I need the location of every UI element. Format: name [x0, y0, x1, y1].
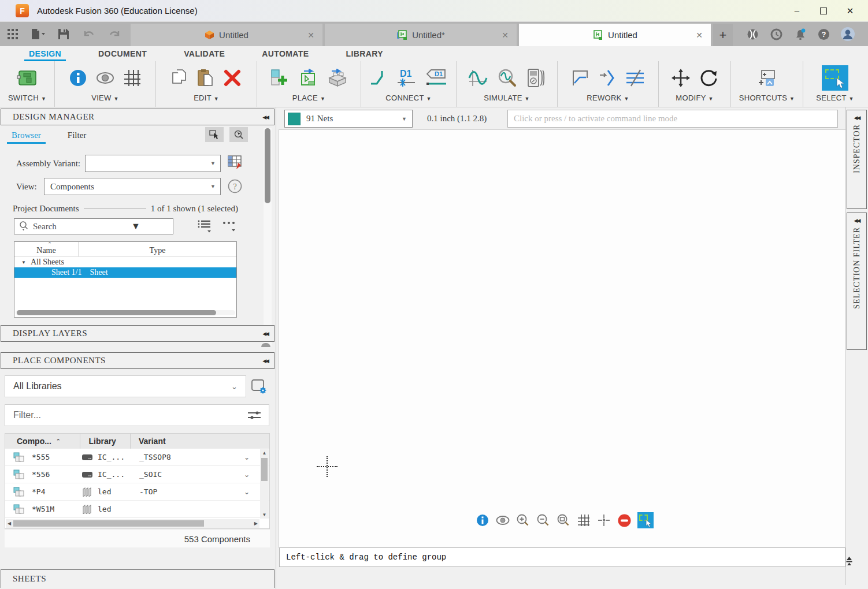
tree-row-sheet-selected[interactable]: Sheet 1/1 Sheet: [14, 267, 236, 278]
component-row[interactable]: *556 IC_... _SOIC ⌄: [5, 466, 269, 483]
dock-pin-button[interactable]: [845, 557, 854, 566]
select-tool-button[interactable]: [822, 65, 848, 91]
menu-tab-document[interactable]: DOCUMENT: [94, 46, 151, 61]
menu-tab-design[interactable]: DESIGN: [24, 46, 66, 61]
group-label-edit[interactable]: EDIT ▼: [194, 94, 219, 102]
grid-toggle-button[interactable]: [577, 513, 591, 527]
delete-button[interactable]: [224, 69, 241, 87]
add-component-button[interactable]: [270, 69, 289, 87]
scrollbar-thumb[interactable]: [17, 310, 216, 315]
app-grid-button[interactable]: [0, 22, 25, 46]
tab-filter[interactable]: Filter: [62, 128, 92, 144]
undo-button[interactable]: [76, 22, 102, 46]
variant-table-button[interactable]: [228, 155, 243, 170]
notifications-button[interactable]: [788, 22, 812, 46]
display-layers-header[interactable]: DISPLAY LAYERS ◀◀: [1, 325, 275, 342]
column-header-type[interactable]: Type: [78, 242, 236, 256]
save-button[interactable]: [51, 22, 76, 46]
menu-tab-automate[interactable]: AUTOMATE: [257, 46, 313, 61]
visibility-button[interactable]: [96, 72, 114, 84]
group-label-switch[interactable]: SWITCH ▼: [8, 94, 46, 102]
place-symbol-button[interactable]: [298, 69, 318, 87]
rework-route-button[interactable]: [571, 69, 589, 87]
collapse-icon[interactable]: ◀◀: [262, 114, 268, 120]
tab-close-icon[interactable]: ✕: [307, 31, 314, 40]
group-label-place[interactable]: PLACE ▼: [292, 94, 325, 102]
group-label-connect[interactable]: CONNECT ▼: [385, 94, 431, 102]
net-label-button[interactable]: D1: [425, 68, 447, 88]
sheets-header[interactable]: SHEETS: [1, 569, 275, 588]
scrollbar-thumb[interactable]: [261, 458, 268, 481]
copy-button[interactable]: [172, 69, 188, 87]
chevron-down-icon[interactable]: ⌄: [244, 471, 250, 479]
search-input[interactable]: [33, 222, 131, 232]
group-label-simulate[interactable]: SIMULATE ▼: [484, 94, 530, 102]
user-account-button[interactable]: [836, 22, 859, 46]
rework-follow-button[interactable]: [599, 69, 616, 87]
switch-workspace-button[interactable]: [17, 69, 38, 87]
zoom-fit-button[interactable]: [557, 513, 570, 527]
paste-button[interactable]: [197, 69, 214, 87]
chevron-down-icon[interactable]: ⌄: [244, 453, 250, 461]
canvas-hscrollbar[interactable]: [283, 540, 834, 545]
component-row[interactable]: *W51M led: [5, 501, 269, 518]
view-help-button[interactable]: ?: [228, 179, 242, 193]
group-label-select[interactable]: SELECT ▼: [816, 94, 854, 102]
menu-tab-library[interactable]: LIBRARY: [342, 46, 388, 61]
component-row[interactable]: *P4 led -TOP ⌄: [5, 483, 269, 501]
move-button[interactable]: [672, 69, 690, 87]
place-components-header[interactable]: PLACE COMPONENTS ◀◀: [1, 352, 275, 369]
group-label-modify[interactable]: MODIFY ▼: [676, 94, 713, 102]
command-line[interactable]: [507, 110, 838, 128]
canvas-info-button[interactable]: [476, 513, 489, 527]
canvas-visibility-button[interactable]: [496, 513, 510, 527]
scroll-right-icon[interactable]: ▶: [254, 521, 258, 526]
column-header-component[interactable]: Compo...: [17, 437, 51, 446]
selection-filter-panel[interactable]: ◀◀ SELECTION FILTER: [847, 213, 867, 350]
name-net-button[interactable]: D1: [396, 68, 416, 88]
library-select[interactable]: All Libraries ⌄: [5, 375, 246, 397]
command-line-input[interactable]: [508, 110, 837, 127]
design-manager-vscrollbar[interactable]: [264, 128, 272, 346]
column-header-name[interactable]: ⌃ Name: [14, 242, 78, 256]
select-mode-button[interactable]: [205, 127, 224, 142]
component-filter-box[interactable]: [5, 404, 269, 426]
job-status-button[interactable]: [765, 22, 788, 46]
multimeter-button[interactable]: [526, 68, 546, 88]
list-view-button[interactable]: [198, 219, 213, 233]
tab-untitled-2[interactable]: Untitled* ✕: [325, 24, 517, 46]
zoom-selection-button[interactable]: [229, 127, 248, 142]
maximize-button[interactable]: [810, 2, 837, 20]
file-menu-button[interactable]: [25, 22, 51, 46]
net-button[interactable]: [370, 69, 387, 87]
stop-button[interactable]: [617, 513, 631, 527]
tab-untitled-1[interactable]: Untitled ✕: [131, 24, 322, 46]
component-filter-input[interactable]: [13, 410, 247, 420]
origin-toggle-button[interactable]: [597, 513, 611, 527]
chevron-down-icon[interactable]: ⌄: [244, 488, 250, 496]
scroll-up-icon[interactable]: ▲: [262, 450, 267, 456]
collapse-icon[interactable]: ◀◀: [262, 358, 268, 364]
place-package-button[interactable]: [327, 69, 348, 87]
component-row[interactable]: *555 IC_... _TSSOP8 ⌄: [5, 449, 269, 466]
more-options-button[interactable]: [222, 218, 237, 233]
inspector-panel[interactable]: ◀◀ INSPECTOR: [847, 110, 867, 209]
group-label-shortcuts[interactable]: SHORTCUTS ▼: [739, 94, 795, 102]
web-home-button[interactable]: [741, 22, 765, 46]
schematic-canvas[interactable]: [279, 130, 845, 547]
group-label-view[interactable]: VIEW ▼: [91, 94, 119, 102]
collapse-icon[interactable]: ◀◀: [854, 115, 860, 121]
components-hscrollbar[interactable]: ◀ ▶: [6, 519, 259, 528]
scroll-down-icon[interactable]: ▼: [262, 512, 267, 517]
expand-triangle-icon[interactable]: ▼: [21, 260, 26, 265]
redo-button[interactable]: [102, 22, 127, 46]
canvas-select-button[interactable]: [637, 512, 654, 528]
nets-dropdown[interactable]: 91 Nets ▼: [284, 110, 413, 128]
sheets-table-hscrollbar[interactable]: [16, 310, 235, 315]
view-select[interactable]: Components ▼: [44, 178, 221, 195]
menu-tab-validate[interactable]: VALIDATE: [179, 46, 229, 61]
rotate-button[interactable]: [699, 69, 718, 87]
tree-row-all-sheets[interactable]: ▼ All Sheets: [14, 257, 236, 267]
rework-meander-button[interactable]: [625, 69, 645, 87]
grid-settings-button[interactable]: [124, 69, 141, 87]
